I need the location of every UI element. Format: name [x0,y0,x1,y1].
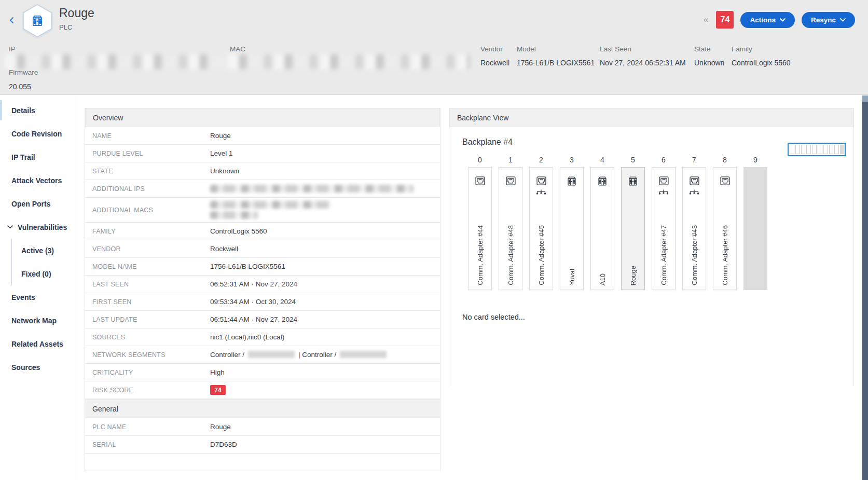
row-value: Rouge [210,423,236,431]
ethernet-port-icon [505,175,517,187]
sidebar-item-label: Sources [11,363,40,372]
backplane-title: Backplane #4 [462,138,513,147]
slot-card-comm-adapter-44[interactable]: Comm. Adapter #44 [468,167,492,290]
collapse-panel-icon[interactable]: « [702,15,709,25]
slot-6: 6 Comm. Adapter #47 [652,156,676,290]
slot-card-a10[interactable]: A10 [590,167,614,290]
network-tree-icon [658,189,669,195]
sidebar-item-label: Details [11,106,35,115]
slot-9: 9 [743,156,767,290]
slot-number: 3 [560,156,584,164]
sidebar-item-vulnerabilities[interactable]: Vulnerabilities [0,215,76,239]
state-value: Unknown [694,59,724,67]
row-label: ADDITIONAL IPS [85,185,210,193]
model-value: 1756-L61/B LOGIX5561 [517,59,595,67]
scrollbar-up-button[interactable] [862,95,868,102]
sidebar-subitem-label: Active (3) [21,246,54,255]
sidebar-subitem-fixed[interactable]: Fixed (0) [12,262,76,285]
slot-1: 1 Comm. Adapter #48 [499,156,522,290]
slot-card-label: Comm. Adapter #45 [538,225,545,285]
row-value: 06:52:31 AM · Nov 27, 2024 [210,280,302,288]
slot-0: 0 Comm. Adapter #44 [468,156,492,290]
row-value: ControlLogix 5560 [210,227,272,235]
topbar: Rouge PLC « 74 Actions Resync IP MAC Ven… [0,0,868,95]
sidebar-item-label: Code Revision [11,130,62,138]
row-value: Unknown [210,167,244,175]
sidebar-subitem-active[interactable]: Active (3) [12,239,76,262]
sidebar-item-related-assets[interactable]: Related Assets [0,332,76,355]
table-row: SOURCESnic1 (Local),nic0 (Local) [85,328,440,346]
table-row: PLC NAMERouge [85,418,440,436]
slot-card-comm-adapter-47[interactable]: Comm. Adapter #47 [652,167,676,290]
plc-icon [627,175,639,187]
vendor-label: Vendor [480,45,503,53]
family-label: Family [732,45,752,53]
slot-card-comm-adapter-48[interactable]: Comm. Adapter #48 [499,167,522,290]
sidebar-item-label: Related Assets [11,340,63,348]
sidebar-item-label: Events [11,293,35,301]
resync-button[interactable]: Resync [802,12,855,28]
slot-card-label: Comm. Adapter #44 [476,225,484,285]
row-label: SERIAL [85,441,210,448]
actions-button-label: Actions [750,16,776,24]
sidebar-item-code-revision[interactable]: Code Revision [0,122,76,145]
slot-7: 7 Comm. Adapter #43 [682,156,706,290]
asset-type-icon [20,3,55,38]
table-row: NAMERouge [85,127,440,145]
family-value: ControlLogix 5560 [732,59,791,67]
slot-card-comm-adapter-45[interactable]: Comm. Adapter #45 [529,167,553,290]
table-row: VENDORRockwell [85,240,440,258]
actions-button[interactable]: Actions [740,12,795,28]
slot-4: 4 A10 [590,156,614,290]
row-label: MODEL NAME [85,263,210,270]
table-row: STATEUnknown [85,162,440,180]
slot-number: 7 [682,156,706,164]
slot-5: 5 Rouge [621,156,645,290]
overview-panel-title: Overview [85,108,440,127]
sidebar-item-details[interactable]: Details [0,99,76,122]
plc-icon [566,175,578,187]
chevron-down-icon [7,225,13,229]
sidebar-item-network-map[interactable]: Network Map [0,309,76,332]
slot-card-yuval[interactable]: Yuval [560,167,584,290]
sidebar-item-open-ports[interactable]: Open Ports [0,192,76,215]
slot-card-rouge[interactable]: Rouge [621,167,645,290]
model-label: Model [517,45,536,53]
slot-card-label: Yuval [568,269,576,285]
sidebar-item-ip-trail[interactable]: IP Trail [0,145,76,169]
table-row: MODEL NAME1756-L61/B LOGIX5561 [85,258,440,276]
vertical-scrollbar[interactable] [862,95,868,480]
risk-score-badge: 74 [716,11,734,29]
ethernet-port-icon [688,175,700,187]
slot-number: 9 [743,156,767,164]
segment-redacted [248,351,295,358]
backplane-minimap[interactable] [788,143,846,156]
sidebar-item-sources[interactable]: Sources [0,355,76,379]
firmware-value: 20.055 [9,83,31,91]
sidebar-item-events[interactable]: Events [0,285,76,309]
sidebar-item-attack-vectors[interactable]: Attack Vectors [0,169,76,192]
row-label: RISK SCORE [85,387,210,394]
row-label: PLC NAME [85,423,210,431]
slot-number: 0 [468,156,492,164]
slot-number: 6 [652,156,676,164]
row-value-redacted [210,201,440,219]
chevron-down-icon [780,18,786,22]
mac-label: MAC [230,45,245,53]
back-button[interactable] [7,16,17,25]
row-value: Level 1 [210,149,238,157]
sidebar: Details Code Revision IP Trail Attack Ve… [0,95,76,480]
table-row: PURDUE LEVELLevel 1 [85,145,440,162]
sidebar-item-label: IP Trail [11,153,35,161]
ip-value-redacted [5,54,223,69]
slot-card-comm-adapter-46[interactable]: Comm. Adapter #46 [713,167,737,290]
row-label: PURDUE LEVEL [85,150,210,157]
mac-value-redacted [227,54,470,69]
page-title: Rouge [59,6,94,20]
row-label: NAME [85,132,210,140]
row-label: CRITICALITY [85,369,210,376]
ip-label: IP [9,45,16,53]
row-label: SOURCES [85,334,210,341]
sidebar-item-label: Vulnerabilities [18,223,67,231]
slot-card-comm-adapter-43[interactable]: Comm. Adapter #43 [682,167,706,290]
